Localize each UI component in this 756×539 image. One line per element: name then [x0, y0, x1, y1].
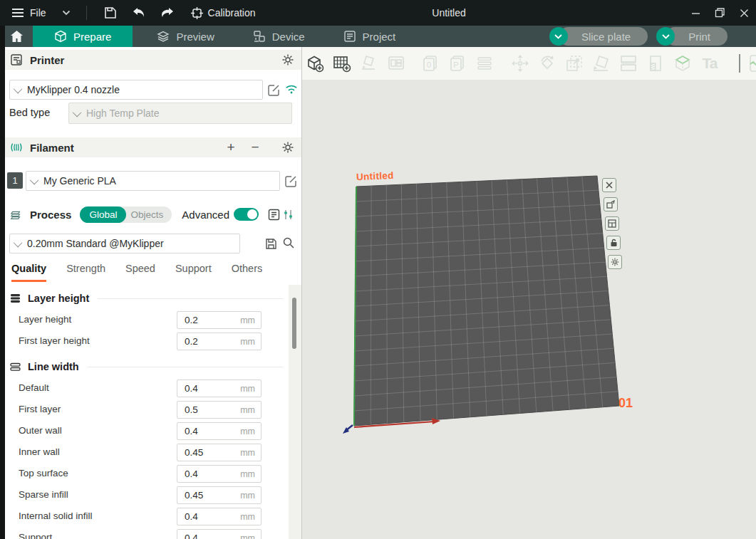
close-button[interactable]: [732, 0, 756, 26]
delete-plate-button[interactable]: [602, 178, 616, 192]
build-plate[interactable]: [302, 47, 756, 539]
layer-height-icon: [9, 292, 21, 305]
viewport-3d[interactable]: Untitled 01: [302, 47, 756, 539]
parameter-list-icon[interactable]: [267, 208, 280, 221]
bed-type-value: High Temp Plate: [86, 108, 159, 119]
line-width-group-header: Line width: [5, 357, 289, 376]
import-preset-button[interactable]: P: [447, 53, 468, 74]
param-input[interactable]: 0.45 mm: [177, 486, 262, 504]
unit-label: mm: [240, 337, 255, 347]
scope-objects-button[interactable]: Objects: [126, 209, 172, 220]
printer-preset-combo[interactable]: MyKlipper 0.4 nozzle: [9, 80, 263, 100]
param-row-default: Default 0.4 mm: [5, 380, 289, 397]
add-filament-button[interactable]: +: [223, 140, 239, 155]
tab-project[interactable]: Project: [329, 26, 410, 47]
edit-printer-icon[interactable]: [267, 83, 280, 96]
tab-prepare[interactable]: Prepare: [33, 26, 133, 47]
object-list-button[interactable]: [474, 53, 495, 74]
param-input[interactable]: 0.4 mm: [177, 380, 262, 397]
param-label: Top surface: [19, 468, 68, 478]
print-button[interactable]: Print: [666, 27, 727, 46]
tab-others[interactable]: Others: [232, 263, 263, 282]
tab-strength[interactable]: Strength: [66, 263, 105, 282]
rotate-tool-button[interactable]: [537, 53, 558, 74]
tab-quality[interactable]: Quality: [11, 263, 46, 282]
text-tool-button[interactable]: Ta: [699, 53, 720, 74]
edit-filament-icon[interactable]: [284, 174, 297, 187]
bed-type-dropdown[interactable]: High Temp Plate: [68, 103, 292, 124]
process-section-header: Process Global Objects Advanced: [5, 204, 301, 224]
param-input[interactable]: 0.5 mm: [177, 401, 262, 419]
file-menu-button[interactable]: File: [11, 7, 71, 19]
slice-options-button[interactable]: [549, 27, 568, 46]
printer-icon: [10, 53, 23, 66]
maximize-icon: [715, 8, 725, 18]
param-input[interactable]: 0.45 mm: [177, 444, 262, 461]
lay-on-face-button[interactable]: [591, 53, 612, 74]
preview-layers-icon: [157, 30, 170, 43]
minimize-button[interactable]: [683, 0, 708, 26]
param-row-layer-height: Layer height 0.2 mm: [5, 311, 289, 329]
remove-filament-button[interactable]: −: [247, 140, 263, 155]
add-plate-button[interactable]: [331, 53, 353, 74]
param-row-support: Support 0.4 mm: [5, 529, 289, 539]
tab-support[interactable]: Support: [175, 263, 212, 282]
param-input[interactable]: 0.2 mm: [177, 333, 262, 350]
lock-plate-button[interactable]: [606, 236, 621, 250]
cut-tool-button[interactable]: [618, 53, 639, 74]
params-scrollbar[interactable]: [289, 285, 301, 539]
arrange-button[interactable]: [385, 53, 407, 74]
scope-global-button[interactable]: Global: [80, 206, 126, 223]
scrollbar-thumb[interactable]: [292, 298, 296, 349]
search-settings-icon[interactable]: [282, 236, 295, 249]
param-input[interactable]: 0.4 mm: [177, 422, 262, 440]
unit-label: mm: [240, 469, 255, 479]
arrange-plate-button[interactable]: [604, 197, 618, 211]
plate-settings-icon: [608, 219, 616, 228]
tab-speed[interactable]: Speed: [125, 263, 155, 282]
param-input[interactable]: 0.4 mm: [177, 529, 262, 539]
param-input[interactable]: 0.4 mm: [177, 508, 262, 525]
calibration-button[interactable]: Calibration: [191, 7, 256, 19]
auto-orient-button[interactable]: [358, 53, 380, 74]
add-model-button[interactable]: [304, 53, 326, 74]
move-tool-button[interactable]: [509, 53, 531, 74]
save-preset-icon[interactable]: [264, 237, 277, 250]
advanced-toggle[interactable]: [234, 208, 259, 221]
tab-device-label: Device: [272, 31, 305, 43]
plate-number-label: 01: [618, 396, 633, 411]
slice-plate-button[interactable]: Slice plate: [559, 27, 648, 46]
unit-label: mm: [240, 491, 255, 501]
tab-device[interactable]: Device: [239, 26, 319, 47]
process-preset-value: 0.20mm Standard @MyKlipper: [27, 238, 164, 249]
param-input[interactable]: 0.2 mm: [177, 311, 262, 329]
support-painting-button[interactable]: [645, 53, 666, 74]
param-label: Layer height: [19, 314, 71, 325]
calibration-label: Calibration: [208, 7, 256, 19]
color-painting-button[interactable]: [672, 53, 693, 74]
plate-settings-button[interactable]: [605, 216, 619, 231]
undo-button[interactable]: [127, 3, 151, 23]
lock-icon: [610, 239, 618, 247]
scale-tool-button[interactable]: [564, 53, 585, 74]
filament-preset-combo[interactable]: My Generic PLA: [26, 171, 280, 191]
param-input[interactable]: 0.4 mm: [177, 465, 262, 483]
compare-presets-icon[interactable]: [281, 208, 294, 221]
seam-painting-button[interactable]: [747, 53, 756, 74]
save-button[interactable]: [98, 3, 123, 23]
layer-height-group-header: Layer height: [5, 289, 289, 308]
process-preset-combo[interactable]: 0.20mm Standard @MyKlipper: [9, 234, 240, 253]
process-scope-switch: Global Objects: [80, 206, 172, 223]
printer-settings-gear-icon[interactable]: [281, 53, 294, 66]
save-icon: [104, 6, 117, 19]
print-options-button[interactable]: [656, 27, 675, 46]
plate-gear-button[interactable]: [608, 255, 622, 269]
maximize-button[interactable]: [708, 0, 732, 26]
line-width-icon: [9, 360, 21, 373]
tab-preview[interactable]: Preview: [143, 26, 228, 47]
printer-connection-wifi-icon[interactable]: [285, 83, 298, 95]
param-row-outer-wall: Outer wall 0.4 mm: [5, 422, 289, 440]
import-geometry-button[interactable]: 0: [420, 53, 441, 74]
filament-settings-gear-icon[interactable]: [281, 141, 294, 154]
redo-button[interactable]: [155, 3, 180, 23]
